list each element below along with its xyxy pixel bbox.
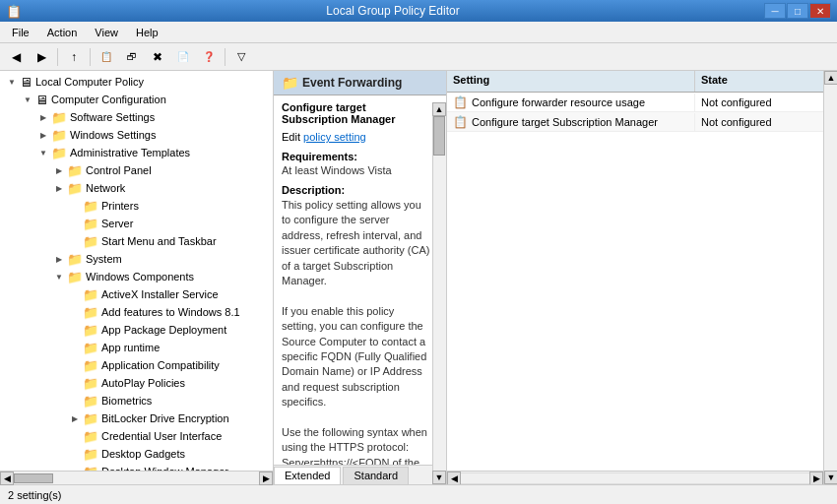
tree-item-autoplay[interactable]: ▶ 📁 AutoPlay Policies: [0, 374, 273, 392]
tree-item-biometrics[interactable]: ▶ 📁 Biometrics: [0, 392, 273, 410]
tree-label-biometrics: Biometrics: [101, 395, 152, 407]
tree-item-appcompat[interactable]: ▶ 📁 Application Compatibility: [0, 356, 273, 374]
requirements-label: Requirements:: [282, 151, 430, 162]
forward-button[interactable]: ▶: [30, 46, 53, 68]
menu-view[interactable]: View: [87, 23, 126, 42]
tree-label-network: Network: [86, 182, 125, 194]
center-scroll-down[interactable]: ▼: [432, 471, 446, 484]
tree-item-windows-settings[interactable]: ▶ 📁 Windows Settings: [0, 126, 273, 144]
settings-icon-0: 📋: [453, 95, 468, 109]
expander-computer[interactable]: ▼: [20, 92, 35, 107]
tree-item-activex[interactable]: ▶ 📁 ActiveX Installer Service: [0, 285, 273, 303]
tree-icon-biometrics: 📁: [83, 394, 98, 409]
tree-item-system[interactable]: ▶ 📁 System: [0, 250, 273, 268]
tree-item-software[interactable]: ▶ 📁 Software Settings: [0, 108, 273, 126]
new-window-button[interactable]: 🗗: [120, 46, 144, 68]
settings-label-1: Configure target Subscription Manager: [472, 116, 658, 128]
tree-item-bitlocker[interactable]: ▶ 📁 BitLocker Drive Encryption: [0, 410, 273, 427]
settings-content: 📋 Configure forwarder resource usage Not…: [447, 93, 823, 471]
right-hscrollbar[interactable]: ◀ ▶: [447, 471, 823, 484]
tree-item-control[interactable]: ▶ 📁 Control Panel: [0, 161, 273, 179]
tree-item-server[interactable]: ▶ 📁 Server: [0, 215, 273, 232]
tree-label-control: Control Panel: [86, 164, 152, 176]
show-hide-button[interactable]: 📋: [95, 46, 118, 68]
settings-header: Setting State: [447, 71, 823, 93]
tab-extended[interactable]: Extended: [274, 467, 341, 484]
settings-label-0: Configure forwarder resource usage: [472, 96, 645, 108]
tree-label-admin: Administrative Templates: [70, 147, 190, 158]
menu-action[interactable]: Action: [39, 23, 86, 42]
right-vscrollbar[interactable]: ▲ ▼: [823, 71, 837, 484]
tree-item-appruntime[interactable]: ▶ 📁 App runtime: [0, 339, 273, 356]
tree-label-wincomp: Windows Components: [86, 271, 194, 283]
tree-item-network[interactable]: ▶ 📁 Network: [0, 179, 273, 197]
tree-item-appdeploy[interactable]: ▶ 📁 App Package Deployment: [0, 321, 273, 339]
policy-setting-link[interactable]: policy setting: [303, 131, 366, 143]
menu-help[interactable]: Help: [128, 23, 166, 42]
tree-icon-autoplay: 📁: [83, 376, 98, 391]
back-button[interactable]: ◀: [4, 46, 28, 68]
center-scrollbar[interactable]: [432, 116, 446, 471]
toolbar-sep-3: [225, 48, 225, 66]
tree-label-appcompat: Application Compatibility: [101, 359, 220, 371]
right-hscroll-right[interactable]: ▶: [809, 472, 823, 485]
tree-item-root[interactable]: ▼ 🖥 Local Computer Policy: [0, 73, 273, 91]
right-hscroll-left[interactable]: ◀: [447, 472, 461, 485]
center-scrollbar-thumb[interactable]: [433, 116, 445, 156]
settings-cell-setting-1: 📋 Configure target Subscription Manager: [447, 113, 695, 131]
tree-hscroll-track[interactable]: [14, 472, 259, 484]
expander-windows-settings[interactable]: ▶: [35, 127, 51, 143]
right-hscroll-track[interactable]: [461, 472, 809, 484]
tree-item-computer[interactable]: ▼ 🖥 Computer Configuration: [0, 91, 273, 108]
delete-button[interactable]: ✖: [146, 46, 169, 68]
maximize-button[interactable]: □: [787, 3, 808, 19]
settings-cell-state-0: Not configured: [695, 94, 823, 110]
tree-item-printers[interactable]: ▶ 📁 Printers: [0, 197, 273, 215]
tree-icon-admin: 📁: [51, 146, 67, 160]
tree-item-startmenu[interactable]: ▶ 📁 Start Menu and Taskbar: [0, 232, 273, 250]
tab-standard[interactable]: Standard: [343, 467, 409, 484]
tree-icon-appruntime: 📁: [83, 341, 98, 355]
tree-item-admin[interactable]: ▼ 📁 Administrative Templates: [0, 144, 273, 161]
expander-root[interactable]: ▼: [4, 74, 20, 90]
tree-view[interactable]: ▼ 🖥 Local Computer Policy ▼ 🖥 Computer C…: [0, 71, 273, 471]
tree-hscroll-right[interactable]: ▶: [259, 472, 273, 485]
title-bar: 📋 Local Group Policy Editor ─ □ ✕: [0, 0, 837, 22]
settings-cell-setting-0: 📋 Configure forwarder resource usage: [447, 94, 695, 111]
tree-item-gadgets[interactable]: ▶ 📁 Desktop Gadgets: [0, 445, 273, 463]
filter-button[interactable]: ▽: [229, 46, 253, 68]
right-vscroll-track[interactable]: [824, 85, 837, 471]
settings-row-0[interactable]: 📋 Configure forwarder resource usage Not…: [447, 93, 823, 112]
right-vscroll-up[interactable]: ▲: [824, 71, 837, 85]
tree-label-software: Software Settings: [70, 111, 155, 123]
window-controls: ─ □ ✕: [764, 3, 831, 19]
tree-hscroll-left[interactable]: ◀: [0, 472, 14, 485]
edit-policy-line: Edit policy setting: [282, 131, 430, 143]
tree-label-gadgets: Desktop Gadgets: [101, 448, 185, 460]
tree-item-credential[interactable]: ▶ 📁 Credential User Interface: [0, 427, 273, 445]
menu-file[interactable]: File: [4, 23, 37, 42]
minimize-button[interactable]: ─: [764, 3, 786, 19]
expander-admin[interactable]: ▼: [35, 145, 51, 160]
properties-button[interactable]: 📄: [171, 46, 195, 68]
help-button[interactable]: ❓: [197, 46, 221, 68]
center-scroll-up[interactable]: ▲: [432, 102, 446, 116]
tree-label-windows-settings: Windows Settings: [70, 129, 156, 141]
right-vscroll-down[interactable]: ▼: [824, 471, 837, 484]
expander-wincomp[interactable]: ▼: [51, 269, 67, 284]
tree-icon-software: 📁: [51, 110, 67, 125]
expander-network[interactable]: ▶: [51, 180, 67, 196]
tree-hscrollbar[interactable]: ◀ ▶: [0, 471, 273, 484]
settings-row-1[interactable]: 📋 Configure target Subscription Manager …: [447, 112, 823, 132]
expander-bitlocker[interactable]: ▶: [67, 410, 83, 426]
center-tabs: Extended Standard: [274, 465, 446, 484]
tree-item-addfeatures[interactable]: ▶ 📁 Add features to Windows 8.1: [0, 303, 273, 321]
tree-item-desktop-wm[interactable]: ▶ 📁 Desktop Window Manager: [0, 463, 273, 471]
close-button[interactable]: ✕: [809, 3, 831, 19]
tree-item-wincomp[interactable]: ▼ 📁 Windows Components: [0, 268, 273, 285]
expander-software[interactable]: ▶: [35, 109, 51, 125]
description-label: Description:: [282, 184, 430, 196]
expander-control[interactable]: ▶: [51, 162, 67, 178]
up-button[interactable]: ↑: [62, 46, 86, 68]
expander-system[interactable]: ▶: [51, 251, 67, 267]
